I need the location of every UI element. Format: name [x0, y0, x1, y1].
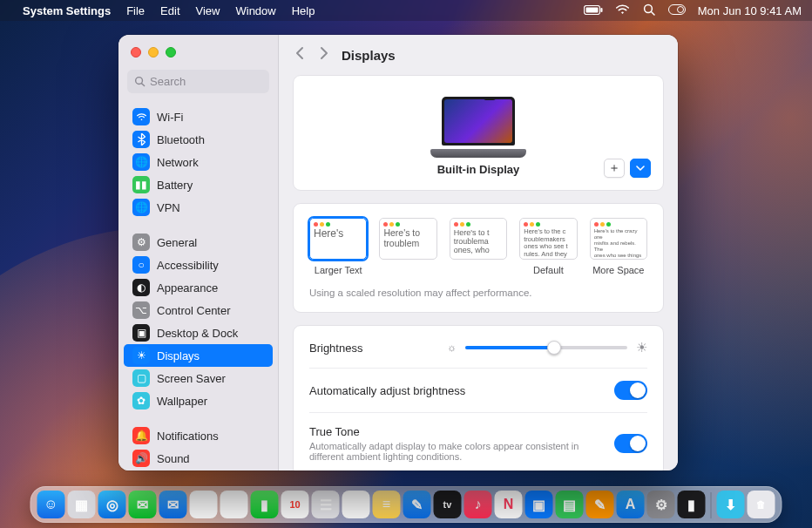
sidebar-item-desktop[interactable]: ▣Desktop & Dock: [124, 322, 273, 344]
truetone-row: True Tone Automatically adapt display to…: [309, 412, 647, 470]
search-input[interactable]: [150, 75, 262, 88]
truetone-toggle[interactable]: [614, 434, 647, 453]
system-settings-window: Wi-FiBluetooth🌐Network▮▮Battery🌐VPN⚙Gene…: [118, 35, 678, 470]
resolution-option-4[interactable]: Here's to the crazy onemisfits and rebel…: [590, 218, 647, 275]
menu-help[interactable]: Help: [292, 4, 315, 17]
sidebar-search[interactable]: [127, 70, 269, 93]
sidebar-item-wifi[interactable]: Wi-Fi: [124, 105, 273, 128]
menu-edit[interactable]: Edit: [160, 4, 179, 17]
appearance-icon: ◐: [132, 279, 150, 296]
dock-keynote[interactable]: ▣: [525, 491, 553, 518]
svg-line-4: [651, 11, 654, 15]
laptop-illustration: [430, 97, 526, 158]
menu-file[interactable]: File: [126, 4, 145, 17]
nav-back-button[interactable]: [294, 45, 306, 64]
menu-window[interactable]: Window: [235, 4, 275, 17]
auto-brightness-row: Automatically adjust brightness: [309, 368, 647, 412]
dock-numbers[interactable]: ▤: [556, 491, 584, 518]
dock-music[interactable]: ♪: [464, 491, 492, 518]
sidebar: Wi-FiBluetooth🌐Network▮▮Battery🌐VPN⚙Gene…: [118, 35, 279, 470]
dock-safari[interactable]: ◎: [98, 491, 126, 518]
resolution-thumb: Here's to ttroublemaones, who: [450, 218, 507, 260]
dock-messages[interactable]: ✉: [129, 491, 157, 518]
wallpaper-icon: ✿: [132, 392, 150, 410]
battery-status-icon[interactable]: [584, 4, 603, 17]
resolution-option-2[interactable]: Here's to ttroublemaones, who: [450, 218, 507, 265]
control-center-icon[interactable]: [668, 4, 686, 17]
content-scroll[interactable]: Built-in Display ＋ Here'sLarger TextHere…: [279, 75, 678, 470]
dock-calendar[interactable]: 10: [281, 491, 309, 518]
auto-brightness-toggle[interactable]: [614, 381, 647, 400]
dock-pages[interactable]: ✎: [586, 491, 614, 518]
displays-icon: ☀: [132, 347, 150, 364]
dock-launchpad[interactable]: ▦: [68, 491, 96, 518]
sidebar-item-label: Control Center: [157, 304, 231, 317]
sidebar-item-battery[interactable]: ▮▮Battery: [124, 173, 273, 196]
dock-facetime[interactable]: ▮: [251, 491, 279, 518]
sidebar-item-notifications[interactable]: 🔔Notifications: [124, 424, 273, 447]
dock-freeform[interactable]: ✎: [403, 491, 431, 518]
dock-news[interactable]: N: [495, 491, 523, 518]
sidebar-item-general[interactable]: ⚙General: [124, 231, 273, 254]
minimize-button[interactable]: [148, 47, 159, 58]
dock-downloads[interactable]: ⬇: [717, 491, 745, 518]
add-display-button[interactable]: ＋: [604, 159, 625, 178]
resolution-label: More Space: [590, 265, 647, 275]
wifi-status-icon[interactable]: [615, 4, 630, 17]
resolution-option-0[interactable]: Here'sLarger Text: [309, 218, 367, 275]
sidebar-item-accessibility[interactable]: ○Accessibility: [124, 254, 273, 276]
dock-appstore[interactable]: A: [617, 491, 645, 518]
sidebar-item-bluetooth[interactable]: Bluetooth: [124, 128, 273, 151]
sidebar-item-screensaver[interactable]: ▢Screen Saver: [124, 367, 273, 389]
resolution-option-3[interactable]: Here's to the ctroublemakersones who see…: [519, 218, 577, 275]
dock-iphone[interactable]: ▮: [678, 491, 706, 518]
sidebar-item-wallpaper[interactable]: ✿Wallpaper: [124, 389, 273, 412]
resolution-thumb: Here's totroublem: [379, 218, 436, 260]
dock-contacts[interactable]: ☰: [312, 491, 340, 518]
sidebar-item-sound[interactable]: 🔊Sound: [124, 447, 273, 470]
sidebar-item-displays[interactable]: ☀Displays: [124, 344, 273, 367]
brightness-label: Brightness: [309, 342, 362, 355]
dock-reminders[interactable]: ☑: [342, 491, 370, 518]
sidebar-item-label: Desktop & Dock: [157, 327, 238, 340]
bluetooth-icon: [132, 131, 150, 148]
nav-forward-button[interactable]: [318, 45, 329, 64]
resolution-option-1[interactable]: Here's totroublem: [379, 218, 436, 265]
controlcenter-icon: ⌥: [132, 301, 150, 319]
maximize-button[interactable]: [166, 47, 176, 58]
dock-tv[interactable]: tv: [434, 491, 462, 518]
dock-notes[interactable]: ≡: [373, 491, 401, 518]
resolution-label: Default: [519, 265, 577, 275]
sidebar-item-network[interactable]: 🌐Network: [124, 151, 273, 173]
dock-finder[interactable]: ☺: [37, 491, 65, 518]
menubar: System Settings File Edit View Window He…: [0, 0, 812, 21]
dock-maps[interactable]: ⌖: [190, 491, 218, 518]
menubar-clock[interactable]: Mon Jun 10 9:41 AM: [698, 4, 802, 17]
general-icon: ⚙: [132, 234, 150, 251]
sidebar-item-label: Notifications: [157, 430, 219, 443]
display-hero: Built-in Display ＋: [293, 75, 664, 191]
menu-view[interactable]: View: [196, 4, 220, 17]
spotlight-icon[interactable]: [642, 3, 656, 18]
display-name: Built-in Display: [306, 163, 651, 176]
sidebar-item-appearance[interactable]: ◐Appearance: [124, 276, 273, 299]
auto-brightness-label: Automatically adjust brightness: [309, 384, 465, 397]
sidebar-item-vpn[interactable]: 🌐VPN: [124, 196, 273, 219]
resolution-hint: Using a scaled resolution may affect per…: [309, 288, 647, 298]
dock-photos[interactable]: ✿: [220, 491, 248, 518]
sidebar-item-label: Displays: [157, 349, 200, 362]
close-button[interactable]: [131, 47, 141, 58]
display-options-dropdown[interactable]: [630, 159, 651, 178]
app-menu[interactable]: System Settings: [23, 4, 111, 17]
sidebar-item-focus[interactable]: ☾Focus: [124, 470, 273, 470]
dock-settings[interactable]: ⚙: [647, 491, 675, 518]
sidebar-item-controlcenter[interactable]: ⌥Control Center: [124, 299, 273, 322]
network-icon: 🌐: [132, 153, 150, 171]
sidebar-item-label: VPN: [157, 201, 180, 214]
dock-trash[interactable]: 🗑: [748, 491, 775, 518]
brightness-slider[interactable]: ☼ ☀: [447, 340, 647, 355]
desktop-icon: ▣: [132, 324, 150, 342]
sidebar-nav: Wi-FiBluetooth🌐Network▮▮Battery🌐VPN⚙Gene…: [118, 100, 278, 470]
sidebar-item-label: Wi-Fi: [157, 111, 183, 124]
dock-mail[interactable]: ✉: [159, 491, 187, 518]
